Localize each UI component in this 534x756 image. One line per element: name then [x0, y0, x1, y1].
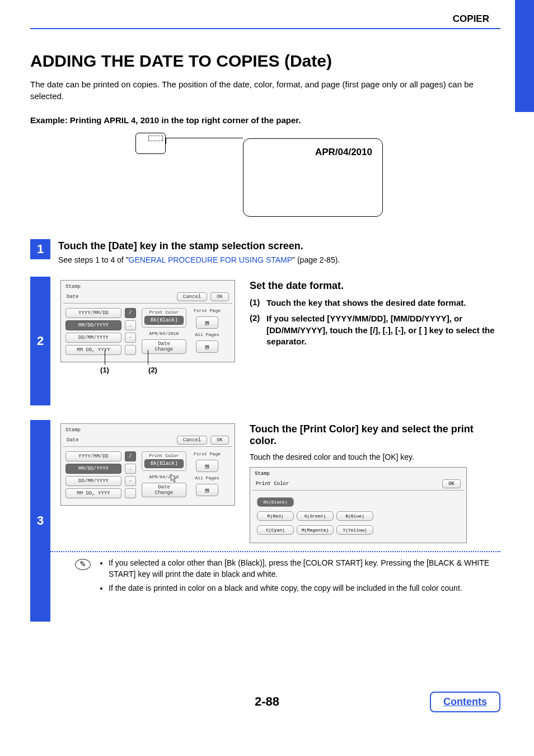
format-mm-dd-yyyy[interactable]: MM/DD/YYYY	[65, 320, 121, 330]
color-red[interactable]: R(Red)	[257, 511, 294, 521]
page-title: ADDING THE DATE TO COPIES (Date)	[30, 52, 500, 71]
print-color-label: Print Color	[142, 310, 186, 315]
first-page-icon-3[interactable]: ▤	[196, 460, 218, 472]
color-panel-ok[interactable]: OK	[442, 479, 461, 488]
color-panel-stamp: Stamp	[252, 470, 464, 478]
color-magenta[interactable]: M(Magenta)	[297, 525, 334, 535]
separator-dash-3[interactable]: -	[125, 476, 136, 486]
example-diagram: APR/04/2010	[30, 133, 500, 222]
ok-button[interactable]: OK	[210, 292, 229, 301]
format-mm-dd-yyyy-3[interactable]: MM/DD/YYYY	[65, 464, 121, 474]
color-blue[interactable]: B(Blue)	[336, 511, 373, 521]
section-tab	[515, 0, 534, 112]
all-pages-label: All Pages	[195, 332, 219, 337]
breadcrumb: COPIER	[30, 13, 489, 25]
color-bk[interactable]: Bk(Black)	[257, 497, 294, 507]
callout-1: (1)	[79, 366, 130, 374]
step-1-sub: See steps 1 to 4 of "GENERAL PROCEDURE F…	[58, 255, 340, 264]
color-cyan[interactable]: C(Cyan)	[257, 525, 294, 535]
color-green[interactable]: G(Green)	[297, 511, 334, 521]
step-1-sub-post: " (page 2-85).	[292, 255, 340, 264]
step-3-title: Touch the [Print Color] key and select t…	[250, 423, 500, 447]
panel-stamp-label: Stamp	[63, 283, 232, 291]
step-2-number: 2	[30, 277, 50, 405]
panel-date-label: Date	[67, 294, 79, 300]
separator-dot-3[interactable]: .	[125, 464, 136, 474]
callout-2: (2)	[128, 366, 178, 374]
paper-date-label: APR/04/2010	[315, 147, 372, 158]
step-2-title: Set the date format.	[250, 280, 500, 292]
all-pages-label-3: All Pages	[195, 475, 219, 480]
format-dd-mm-yyyy-3[interactable]: DD/MM/YYYY	[65, 476, 121, 486]
date-stamp-panel-step3: Stamp Date Cancel OK YYYY/MM/DD MM/DD/YY…	[60, 423, 235, 506]
ok-button-3[interactable]: OK	[210, 436, 229, 445]
format-yyyy-mm-dd[interactable]: YYYY/MM/DD	[65, 308, 121, 318]
step-3-number: 3	[30, 420, 50, 622]
format-mm-dd-comma-yyyy-3[interactable]: MM DD, YYYY	[65, 488, 121, 498]
paper-outline-icon: APR/04/2010	[243, 138, 383, 217]
separator-dot[interactable]: .	[125, 320, 136, 330]
step-2-item-2-num: (2)	[250, 313, 266, 347]
separator-space-3[interactable]	[125, 488, 136, 498]
step-2-item-1: Touch the key that shows the desired dat…	[266, 297, 466, 309]
header-rule	[30, 28, 500, 29]
first-page-label: First Page	[194, 308, 221, 313]
date-change-button[interactable]: Date Change	[142, 339, 186, 354]
step-1-sub-pre: See steps 1 to 4 of "	[58, 255, 129, 264]
print-color-label-3: Print Color	[142, 453, 186, 458]
separator-slash-3[interactable]: /	[125, 451, 136, 461]
source-box-icon	[135, 133, 166, 154]
print-color-value[interactable]: Bk(Black)	[144, 316, 184, 325]
separator-dash[interactable]: -	[125, 333, 136, 343]
color-yellow[interactable]: Y(Yellow)	[336, 525, 373, 535]
separator-slash[interactable]: /	[125, 308, 136, 318]
note-2: If the date is printed in color on a bla…	[109, 583, 500, 594]
date-preview-3: APR/04/2010	[149, 474, 179, 479]
format-dd-mm-yyyy[interactable]: DD/MM/YYYY	[65, 333, 121, 343]
step-2-item-2: If you selected [YYYY/MM/DD], [MM/DD/YYY…	[266, 313, 500, 347]
step-1-number: 1	[30, 239, 50, 259]
all-pages-icon-3[interactable]: ▤	[196, 484, 218, 496]
panel-date-label-3: Date	[67, 437, 79, 443]
first-page-label-3: First Page	[194, 451, 221, 456]
page-number: 2-88	[255, 694, 279, 709]
step-1-title: Touch the [Date] key in the stamp select…	[58, 240, 340, 252]
panel-stamp-label-3: Stamp	[63, 426, 232, 434]
cancel-button[interactable]: Cancel	[177, 292, 207, 301]
dotted-separator	[50, 551, 500, 552]
all-pages-icon[interactable]: ▤	[196, 340, 218, 353]
separator-space[interactable]	[125, 345, 136, 355]
stamp-procedure-link[interactable]: GENERAL PROCEDURE FOR USING STAMP	[129, 255, 292, 264]
print-color-panel: Stamp Print Color OK Bk(Black) R(Red) G(…	[250, 467, 467, 543]
cancel-button-3[interactable]: Cancel	[177, 436, 207, 445]
date-preview: APR/04/2010	[149, 331, 179, 336]
first-page-icon[interactable]: ▤	[196, 316, 218, 329]
step-2-item-1-num: (1)	[250, 297, 266, 309]
date-change-button-3[interactable]: Date Change	[142, 483, 186, 497]
format-mm-dd-comma-yyyy[interactable]: MM DD, YYYY	[65, 345, 121, 355]
intro-text: The date can be printed on copies. The p…	[30, 78, 500, 102]
color-panel-title: Print Color	[256, 481, 289, 487]
note-1: If you selected a color other than [Bk (…	[109, 558, 500, 580]
format-yyyy-mm-dd-3[interactable]: YYYY/MM/DD	[65, 451, 121, 461]
print-color-value-3[interactable]: Bk(Black)	[144, 459, 184, 468]
example-line: Example: Printing APRIL 4, 2010 in the t…	[30, 115, 500, 125]
step-3-sub: Touch the desired color and touch the [O…	[250, 452, 500, 461]
contents-button[interactable]: Contents	[430, 692, 500, 712]
note-icon: ✎	[75, 559, 91, 570]
